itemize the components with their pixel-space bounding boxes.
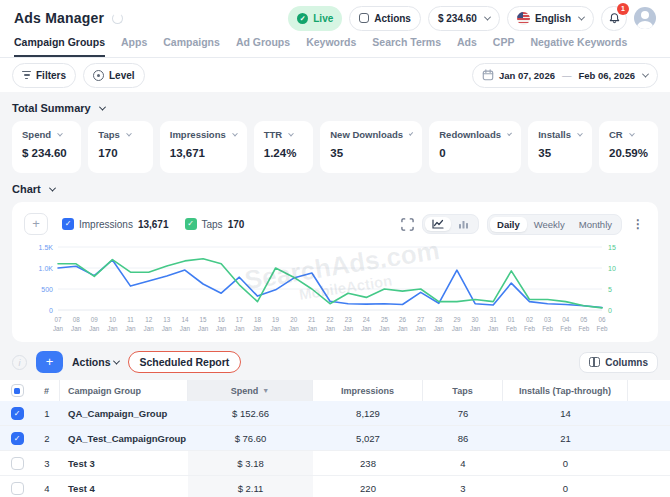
page-title: Ads Manager: [14, 10, 104, 26]
table-row[interactable]: 4Test 4$ 2.1122030: [0, 476, 670, 497]
tab-campaigns[interactable]: Campaigns: [163, 36, 220, 57]
svg-text:08: 08: [73, 316, 81, 323]
chart-svg[interactable]: 1.5K1.0K500015105007Jan08Jan09Jan10Jan11…: [24, 242, 646, 336]
tab-keywords[interactable]: Keywords: [306, 36, 356, 57]
svg-text:19: 19: [272, 316, 280, 323]
budget-dropdown[interactable]: $ 234.60: [428, 6, 500, 31]
summary-card-value: 13,671: [170, 147, 237, 159]
svg-text:12: 12: [145, 316, 153, 323]
svg-text:22: 22: [326, 316, 334, 323]
svg-text:21: 21: [308, 316, 316, 323]
col-header-tap-thro[interactable]: Tap-thro: [628, 380, 670, 401]
scheduled-report-button[interactable]: Scheduled Report: [128, 351, 242, 373]
avatar[interactable]: [634, 7, 656, 29]
cell-imp: 238: [313, 451, 423, 475]
line-chart-button[interactable]: [425, 217, 451, 231]
col-header-select[interactable]: [0, 380, 34, 401]
summary-card-redownloads[interactable]: Redownloads0: [429, 121, 521, 173]
campaign-groups-table: #Campaign GroupSpend▼ImpressionsTapsInst…: [0, 380, 670, 497]
tab-campaign-groups[interactable]: Campaign Groups: [14, 36, 105, 57]
actions-button[interactable]: Actions: [349, 6, 421, 31]
level-button[interactable]: Level: [83, 63, 145, 88]
table-row[interactable]: ✓2QA_Test_CampaignGroup$ 76.605,0278621: [0, 426, 670, 451]
svg-text:15: 15: [608, 244, 616, 251]
chevron-down-icon: [49, 184, 56, 191]
col-header-impressions[interactable]: Impressions: [313, 380, 423, 401]
granularity-weekly[interactable]: Weekly: [527, 217, 572, 232]
svg-text:0: 0: [49, 307, 53, 314]
tab-ads[interactable]: Ads: [457, 36, 477, 57]
svg-text:Jan: Jan: [162, 325, 173, 332]
total-summary-toggle[interactable]: Total Summary: [12, 102, 658, 114]
svg-text:Jan: Jan: [325, 325, 336, 332]
summary-card-taps[interactable]: Taps170: [88, 121, 152, 173]
summary-card-cr[interactable]: CR20.59%: [599, 121, 658, 173]
tab-search-terms[interactable]: Search Terms: [372, 36, 441, 57]
tab-ad-groups[interactable]: Ad Groups: [236, 36, 290, 57]
cell-ttr: [628, 426, 670, 450]
chart-toggle[interactable]: Chart: [12, 183, 658, 195]
col-header-taps[interactable]: Taps: [423, 380, 503, 401]
granularity-monthly[interactable]: Monthly: [572, 217, 619, 232]
legend-taps[interactable]: ✓Taps 170: [185, 218, 245, 230]
table-toolbar: i + Actions Scheduled Report Columns: [12, 351, 658, 373]
calendar-icon: [482, 69, 494, 81]
cell-inst: 21: [503, 426, 628, 450]
col-header-[interactable]: #: [34, 380, 60, 401]
summary-card-ttr[interactable]: TTR1.24%: [254, 121, 313, 173]
filters-button[interactable]: Filters: [12, 63, 76, 88]
granularity-daily[interactable]: Daily: [490, 217, 527, 232]
col-header-spend[interactable]: Spend▼: [188, 380, 313, 401]
table-actions-dropdown[interactable]: Actions: [72, 356, 119, 368]
row-checkbox[interactable]: ✓: [11, 407, 24, 420]
row-checkbox[interactable]: [11, 482, 24, 495]
svg-text:Jan: Jan: [416, 325, 427, 332]
svg-text:Jan: Jan: [271, 325, 282, 332]
table-row[interactable]: ✓1QA_Campaign_Group$ 152.668,1297614: [0, 401, 670, 426]
svg-text:10: 10: [109, 316, 117, 323]
tab-negative-keywords[interactable]: Negative Keywords: [530, 36, 627, 57]
summary-card-spend[interactable]: Spend$ 234.60: [12, 121, 81, 173]
cell-taps: 4: [423, 451, 503, 475]
add-metric-button[interactable]: +: [24, 213, 48, 235]
svg-text:23: 23: [345, 316, 353, 323]
checkbox-checked-icon[interactable]: ✓: [62, 218, 74, 230]
summary-card-label: Taps: [98, 129, 142, 140]
legend-impressions[interactable]: ✓Impressions 13,671: [62, 218, 169, 230]
svg-text:Feb: Feb: [578, 325, 589, 332]
cell-imp: 8,129: [313, 401, 423, 425]
refresh-loader-icon[interactable]: [112, 13, 123, 24]
table-row[interactable]: 3Test 3$ 3.1823840: [0, 451, 670, 476]
svg-text:Feb: Feb: [542, 325, 553, 332]
bar-chart-button[interactable]: [451, 217, 476, 231]
summary-card-installs[interactable]: Installs35: [528, 121, 592, 173]
row-checkbox[interactable]: ✓: [11, 432, 24, 445]
fullscreen-icon[interactable]: [401, 218, 414, 231]
tab-apps[interactable]: Apps: [121, 36, 147, 57]
summary-card-impressions[interactable]: Impressions13,671: [160, 121, 247, 173]
svg-text:Jan: Jan: [397, 325, 408, 332]
svg-text:20: 20: [290, 316, 298, 323]
language-dropdown[interactable]: English: [507, 6, 594, 31]
kebab-menu-icon[interactable]: ⋮: [630, 217, 646, 231]
info-icon[interactable]: i: [12, 355, 27, 370]
row-select-cell: [0, 476, 34, 497]
col-header-campaign-group[interactable]: Campaign Group: [60, 380, 188, 401]
summary-card-new-downloads[interactable]: New Downloads35: [320, 121, 422, 173]
date-range-picker[interactable]: Jan 07, 2026 — Feb 06, 2026: [472, 63, 658, 88]
tab-cpp[interactable]: CPP: [493, 36, 515, 57]
date-start: Jan 07, 2026: [499, 70, 555, 81]
checkbox-checked-icon[interactable]: ✓: [185, 218, 197, 230]
columns-button[interactable]: Columns: [579, 352, 658, 373]
summary-card-value: 20.59%: [609, 147, 648, 159]
svg-text:01: 01: [508, 316, 516, 323]
add-campaign-group-button[interactable]: +: [36, 351, 63, 373]
svg-text:Jan: Jan: [144, 325, 155, 332]
filter-icon: [22, 71, 31, 79]
row-select-cell: ✓: [0, 401, 34, 425]
row-checkbox[interactable]: [11, 457, 24, 470]
col-header-installs-tap-through[interactable]: Installs (Tap-through): [503, 380, 628, 401]
check-icon: ✓: [297, 13, 308, 24]
notifications-button[interactable]: 1: [601, 6, 627, 31]
select-all-checkbox[interactable]: [11, 384, 24, 397]
